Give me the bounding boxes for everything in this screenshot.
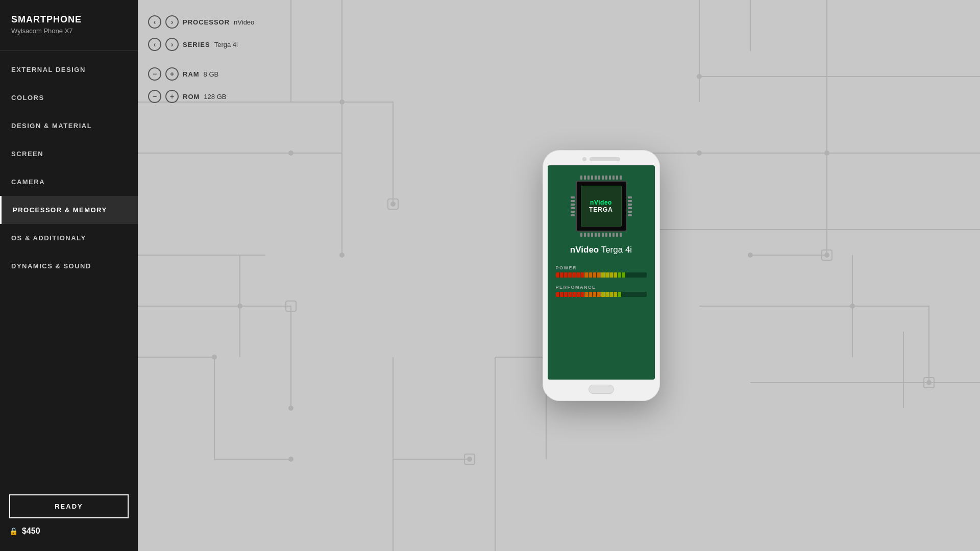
processor-value: nVideo: [234, 18, 254, 26]
sidebar-item-external-design[interactable]: EXTERNAL DESIGN: [0, 56, 138, 84]
sidebar-item-colors[interactable]: COLORS: [0, 84, 138, 112]
app-brand: SMARTPHONE: [11, 14, 127, 25]
performance-bar-section: PERFOMANCE: [556, 285, 647, 304]
ram-label: RAM: [183, 70, 200, 78]
power-label: POWER: [556, 265, 647, 270]
chip-pin: [587, 176, 590, 180]
chip-pin: [591, 176, 593, 180]
series-value: Terga 4i: [214, 41, 238, 48]
performance-bar-track: [556, 292, 647, 297]
chip-model-label: TERGA: [589, 206, 613, 213]
rom-increase-button[interactable]: +: [165, 90, 179, 103]
ready-button[interactable]: READY: [9, 494, 129, 518]
phone-screen: nVideo TERGA: [548, 165, 655, 380]
sidebar-footer: READY 🔒 $450: [0, 484, 138, 551]
chip-pin: [584, 233, 586, 237]
performance-label: PERFOMANCE: [556, 285, 647, 290]
rom-control-row: − + ROM 128 GB: [148, 90, 254, 103]
chip-pins-bottom: [580, 233, 622, 237]
chip-pin: [605, 176, 607, 180]
chip-pin-side: [628, 214, 632, 216]
svg-point-24: [237, 304, 242, 309]
chip-pin: [584, 176, 586, 180]
phone-camera: [582, 157, 586, 161]
sidebar-item-os[interactable]: OS & ADDITIONALY: [0, 224, 138, 252]
sidebar-nav: EXTERNAL DESIGN COLORS DESIGN & MATERIAL…: [0, 51, 138, 484]
phone-body: nVideo TERGA: [543, 150, 660, 401]
svg-point-21: [390, 202, 396, 207]
chip-pin-side: [628, 200, 632, 202]
chip-inner: nVideo TERGA: [581, 186, 622, 227]
chip-body-row: nVideo TERGA: [571, 181, 632, 232]
rom-value: 128 GB: [204, 93, 226, 101]
processor-label: PROCESSOR: [183, 18, 230, 26]
chip-pin-side: [628, 207, 632, 209]
svg-point-23: [339, 253, 345, 258]
chip-pin: [609, 233, 611, 237]
svg-point-30: [850, 304, 855, 309]
processor-brand-display: nVideo: [570, 245, 599, 255]
chip-pin: [580, 233, 582, 237]
svg-point-20: [339, 99, 345, 105]
price-row: 🔒 $450: [9, 527, 129, 536]
sidebar-item-dynamics[interactable]: DYNAMICS & SOUND: [0, 252, 138, 280]
series-next-button[interactable]: ›: [165, 38, 179, 51]
chip-pin-side: [571, 196, 575, 198]
ram-decrease-button[interactable]: −: [148, 67, 161, 81]
phone-top-bar: [548, 157, 655, 161]
svg-point-35: [288, 457, 293, 462]
chip-pins-left: [571, 196, 575, 216]
series-label: SERIES: [183, 41, 210, 48]
svg-point-36: [697, 74, 702, 79]
chip-pin-side: [628, 204, 632, 206]
chip-pin: [580, 176, 582, 180]
phone-home-area: [548, 385, 655, 394]
chip-pin: [595, 233, 597, 237]
processor-display-name: nVideo Terga 4i: [570, 245, 632, 255]
processor-next-button[interactable]: ›: [165, 15, 179, 29]
chip-pin: [595, 176, 597, 180]
chip-pin: [587, 233, 590, 237]
chip-pin-side: [571, 214, 575, 216]
series-prev-button[interactable]: ‹: [148, 38, 161, 51]
controls-panel: ‹ › PROCESSOR nVideo ‹ › SERIES Terga 4i…: [148, 15, 254, 112]
processor-model-display: Terga 4i: [601, 245, 632, 255]
chip-pin-side: [571, 204, 575, 206]
svg-point-28: [824, 151, 829, 156]
sidebar-item-design-material[interactable]: DESIGN & MATERIAL: [0, 112, 138, 140]
rom-decrease-button[interactable]: −: [148, 90, 161, 103]
ram-increase-button[interactable]: +: [165, 67, 179, 81]
chip-pin: [612, 176, 615, 180]
sidebar-item-screen[interactable]: SCREEN: [0, 140, 138, 168]
chip-pin: [602, 176, 604, 180]
chip-body: nVideo TERGA: [576, 181, 627, 232]
chip-pin: [616, 176, 618, 180]
chip-pin: [609, 176, 611, 180]
svg-point-37: [824, 253, 829, 258]
svg-point-34: [212, 355, 217, 360]
power-bar-fill: [556, 272, 647, 278]
svg-point-25: [288, 406, 293, 411]
price-value: $450: [22, 527, 40, 536]
svg-point-26: [697, 151, 702, 156]
chip-pins-right: [628, 196, 632, 216]
home-button[interactable]: [589, 385, 614, 394]
chip-pin-side: [628, 211, 632, 213]
chip-pin: [605, 233, 607, 237]
chip-pin: [616, 233, 618, 237]
power-bar-track: [556, 272, 647, 278]
sidebar-item-camera[interactable]: CAMERA: [0, 168, 138, 196]
rom-label: ROM: [183, 93, 200, 101]
chip-pin: [620, 176, 622, 180]
chip-pin-side: [571, 207, 575, 209]
chip-pin: [598, 176, 600, 180]
processor-prev-button[interactable]: ‹: [148, 15, 161, 29]
chip-pin: [612, 233, 615, 237]
main-content: ‹ › PROCESSOR nVideo ‹ › SERIES Terga 4i…: [138, 0, 980, 551]
price-icon: 🔒: [9, 527, 18, 535]
ram-control-row: − + RAM 8 GB: [148, 67, 254, 81]
chip-area: nVideo TERGA: [571, 176, 632, 237]
chip-pin-side: [571, 200, 575, 202]
sidebar-item-processor-memory[interactable]: PROCESSOR & MEMORY: [0, 196, 138, 224]
chip-pin: [620, 233, 622, 237]
